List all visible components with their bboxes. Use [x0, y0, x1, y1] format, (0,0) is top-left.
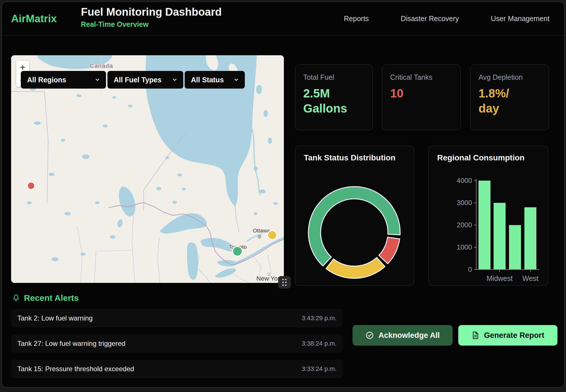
svg-text:Midwest: Midwest — [486, 274, 513, 282]
stat-label: Critical Tanks — [390, 73, 452, 81]
city-label-ottawa: Ottawa — [253, 228, 270, 234]
svg-text:2000: 2000 — [457, 221, 472, 229]
header: AirMatrix Fuel Monitoring Dashboard Real… — [2, 2, 564, 36]
stat-card-total-fuel: Total Fuel 2.5M Gallons — [295, 64, 373, 130]
map-drag-handle[interactable] — [278, 276, 291, 289]
nav-item-disaster-recovery[interactable]: Disaster Recovery — [401, 15, 459, 23]
tank-status-donut-chart — [295, 146, 414, 286]
nav-item-user-management[interactable]: User Management — [491, 15, 549, 23]
svg-text:4000: 4000 — [457, 177, 472, 184]
generate-report-button[interactable]: Generate Report — [458, 325, 557, 346]
recent-alerts-heading: Recent Alerts — [12, 293, 79, 303]
dashboard-app: AirMatrix Fuel Monitoring Dashboard Real… — [2, 2, 564, 387]
tank-marker-critical[interactable] — [27, 182, 35, 189]
chevron-down-icon — [172, 77, 178, 83]
tank-marker-warning[interactable] — [268, 230, 277, 240]
acknowledge-all-label: Acknowledge All — [378, 331, 440, 340]
country-label: Canada — [90, 62, 113, 69]
tank-marker-normal[interactable] — [233, 246, 242, 256]
map-panel[interactable]: Canada Ottawa Toronto New York + − — [11, 55, 284, 283]
stat-value: 1.8%/ day — [479, 86, 541, 116]
main-nav: Reports Disaster Recovery User Managemen… — [344, 2, 549, 35]
status-filter-select[interactable]: All Status — [185, 71, 245, 89]
alert-time: 3:33:24 p.m. — [302, 365, 337, 373]
alert-text: Tank 2: Low fuel warning — [17, 314, 93, 322]
stat-card-critical-tanks: Critical Tanks 10 — [382, 64, 461, 130]
region-filter-value: All Regions — [27, 76, 66, 84]
title-block: Fuel Monitoring Dashboard Real-Time Over… — [81, 6, 222, 28]
chevron-down-icon — [233, 77, 239, 83]
generate-report-label: Generate Report — [484, 331, 544, 340]
stat-value: 2.5M Gallons — [303, 86, 365, 116]
svg-text:0: 0 — [468, 266, 472, 273]
regional-consumption-card: Regional Consumption 01000200030004000Mi… — [428, 146, 548, 286]
svg-text:3000: 3000 — [457, 199, 472, 207]
region-filter-select[interactable]: All Regions — [21, 71, 106, 89]
alert-row: Tank 15: Pressure threshold exceeded 3:3… — [11, 360, 342, 378]
alert-row: Tank 2: Low fuel warning 3:43:29 p.m. — [11, 309, 342, 327]
recent-alerts-title: Recent Alerts — [24, 293, 79, 303]
chevron-down-icon — [95, 77, 100, 83]
map-filters: All Regions All Fuel Types All Status — [21, 71, 245, 89]
map-canvas[interactable]: Canada Ottawa Toronto New York — [11, 55, 284, 283]
alert-row: Tank 27: Low fuel warning triggered 3:38… — [11, 334, 342, 353]
alert-text: Tank 15: Pressure threshold exceeded — [17, 365, 134, 373]
fuel-type-filter-select[interactable]: All Fuel Types — [107, 71, 183, 89]
page-subtitle: Real-Time Overview — [81, 20, 222, 28]
fuel-type-filter-value: All Fuel Types — [114, 76, 162, 84]
drag-dots-icon — [281, 278, 288, 287]
check-circle-icon — [365, 331, 374, 340]
tank-status-card: Tank Status Distribution — [295, 146, 414, 286]
alert-time: 3:38:24 p.m. — [302, 340, 337, 347]
app-logo: AirMatrix — [11, 13, 57, 25]
stat-value: 10 — [390, 86, 452, 101]
regional-consumption-bar-chart: 01000200030004000MidwestWest — [429, 146, 548, 286]
stat-label: Total Fuel — [303, 73, 365, 81]
status-filter-value: All Status — [191, 76, 224, 84]
alert-time: 3:43:29 p.m. — [302, 315, 337, 322]
svg-text:1000: 1000 — [457, 243, 472, 251]
alert-text: Tank 27: Low fuel warning triggered — [17, 340, 125, 348]
document-icon — [471, 331, 479, 340]
svg-text:West: West — [522, 274, 539, 282]
stat-card-avg-depletion: Avg Depletion 1.8%/ day — [470, 64, 549, 130]
bell-icon — [12, 294, 20, 302]
stat-label: Avg Depletion — [479, 73, 541, 81]
nav-item-reports[interactable]: Reports — [344, 15, 369, 23]
page-title: Fuel Monitoring Dashboard — [81, 6, 222, 19]
acknowledge-all-button[interactable]: Acknowledge All — [353, 325, 453, 346]
